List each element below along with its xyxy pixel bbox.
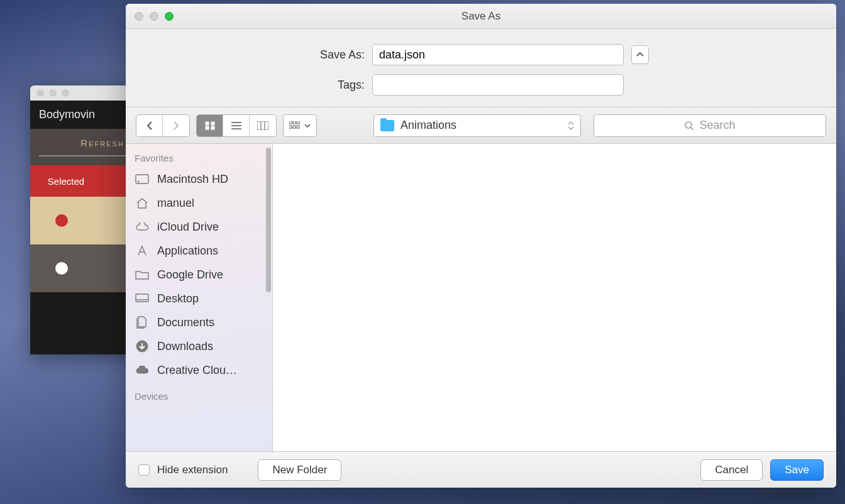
search-field[interactable]: Search (594, 114, 826, 137)
save-as-label: Save As: (145, 48, 365, 62)
dialog-title: Save As (126, 10, 836, 23)
grid-icon (205, 121, 215, 130)
folder-icon (380, 120, 394, 131)
hide-extension-checkbox[interactable] (138, 464, 150, 476)
sidebar[interactable]: Favorites Macintosh HD manuel iCloud Dri… (126, 144, 273, 451)
svg-rect-13 (289, 126, 292, 128)
arrange-button-group (283, 114, 317, 137)
svg-rect-20 (136, 294, 148, 302)
sidebar-item-home[interactable]: manuel (126, 191, 272, 215)
folder-icon (135, 268, 150, 282)
sidebar-item-label: Google Drive (157, 268, 223, 282)
column-selected[interactable]: Selected (30, 165, 102, 197)
sidebar-item-label: Desktop (157, 292, 199, 305)
sidebar-item-google-drive[interactable]: Google Drive (126, 263, 272, 287)
sidebar-item-label: Applications (157, 244, 218, 258)
svg-rect-1 (211, 122, 214, 125)
sidebar-item-label: Documents (157, 316, 214, 329)
save-as-input[interactable] (372, 44, 624, 65)
svg-rect-0 (206, 122, 209, 125)
browser-body: Favorites Macintosh HD manuel iCloud Dri… (126, 144, 836, 451)
svg-rect-7 (257, 121, 268, 130)
chevron-right-icon (172, 121, 180, 131)
icon-view-button[interactable] (197, 115, 223, 136)
chevron-left-icon (146, 121, 153, 131)
svg-rect-14 (293, 126, 295, 128)
browser-toolbar: Animations Search (126, 107, 836, 144)
search-placeholder: Search (699, 119, 735, 132)
favorites-heading: Favorites (126, 144, 272, 167)
refresh-label: Refresh (80, 138, 124, 148)
columns-icon (257, 121, 268, 130)
sidebar-item-label: manuel (157, 197, 194, 210)
documents-icon (135, 315, 150, 329)
traffic-light-minimize[interactable] (150, 12, 158, 21)
scrollbar[interactable] (266, 148, 271, 292)
forward-button[interactable] (163, 115, 189, 136)
tags-label: Tags: (145, 79, 365, 92)
disk-icon (135, 172, 150, 186)
sidebar-item-label: Creative Clou… (157, 364, 237, 377)
search-icon (684, 121, 694, 131)
save-form: Save As: Tags: (126, 29, 836, 107)
sidebar-item-desktop[interactable]: Desktop (126, 287, 272, 310)
hide-extension-label: Hide extension (157, 464, 228, 476)
home-icon (135, 196, 150, 210)
sidebar-item-creative-cloud[interactable]: Creative Clou… (126, 358, 272, 382)
folder-select[interactable]: Animations (373, 114, 581, 137)
sidebar-item-label: Macintosh HD (157, 173, 228, 186)
sidebar-item-label: iCloud Drive (157, 221, 219, 234)
sidebar-item-downloads[interactable]: Downloads (126, 334, 272, 358)
stepper-icon (568, 121, 574, 130)
folder-name: Animations (400, 119, 456, 132)
back-button[interactable] (136, 115, 163, 136)
sidebar-item-documents[interactable]: Documents (126, 310, 272, 334)
chevron-down-icon (304, 124, 311, 128)
selected-dot-icon (55, 214, 68, 227)
dialog-titlebar[interactable]: Save As (126, 4, 836, 29)
chevron-up-icon (636, 52, 644, 57)
save-as-dialog: Save As Save As: Tags: (126, 4, 836, 488)
column-view-button[interactable] (250, 115, 276, 136)
traffic-light-close[interactable] (135, 12, 143, 21)
creative-cloud-icon (135, 363, 150, 377)
sidebar-item-macintosh-hd[interactable]: Macintosh HD (126, 167, 272, 191)
cancel-button[interactable]: Cancel (700, 459, 763, 481)
collapse-button[interactable] (631, 45, 649, 64)
svg-rect-2 (206, 126, 209, 129)
nav-buttons (136, 114, 190, 137)
traffic-light-zoom[interactable] (165, 12, 174, 21)
devices-heading: Devices (126, 382, 272, 405)
sidebar-item-applications[interactable]: Applications (126, 239, 272, 263)
downloads-icon (135, 339, 150, 353)
desktop-icon (135, 292, 150, 305)
sidebar-item-icloud[interactable]: iCloud Drive (126, 215, 272, 239)
dialog-footer: Hide extension New Folder Cancel Save (126, 451, 836, 488)
traffic-light-zoom[interactable] (62, 89, 69, 97)
svg-line-17 (691, 128, 693, 130)
sidebar-item-label: Downloads (157, 340, 213, 353)
bodymovin-title: Bodymovin (39, 108, 95, 121)
svg-rect-12 (297, 121, 299, 124)
file-list-area[interactable] (273, 144, 836, 451)
list-icon (231, 121, 241, 130)
traffic-light-close[interactable] (36, 89, 44, 97)
svg-rect-15 (297, 126, 299, 128)
arrange-button[interactable] (284, 115, 316, 136)
save-button[interactable]: Save (770, 459, 824, 481)
new-folder-button[interactable]: New Folder (258, 459, 341, 481)
traffic-light-minimize[interactable] (49, 89, 57, 97)
svg-rect-3 (211, 126, 214, 129)
arrange-icon (289, 121, 302, 130)
applications-icon (135, 244, 150, 258)
svg-rect-11 (293, 121, 295, 124)
tags-input[interactable] (372, 74, 624, 96)
svg-point-16 (685, 122, 692, 128)
list-view-button[interactable] (223, 115, 250, 136)
view-buttons (196, 114, 277, 137)
unselected-dot-icon (55, 262, 68, 275)
svg-point-19 (138, 181, 139, 182)
cloud-icon (135, 220, 150, 234)
svg-rect-10 (289, 121, 292, 124)
